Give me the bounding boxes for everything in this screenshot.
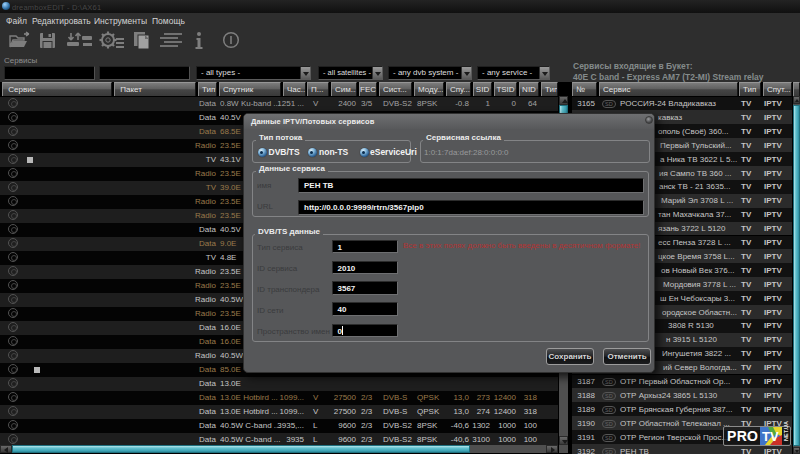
svg-text:TV: TV <box>762 429 779 444</box>
